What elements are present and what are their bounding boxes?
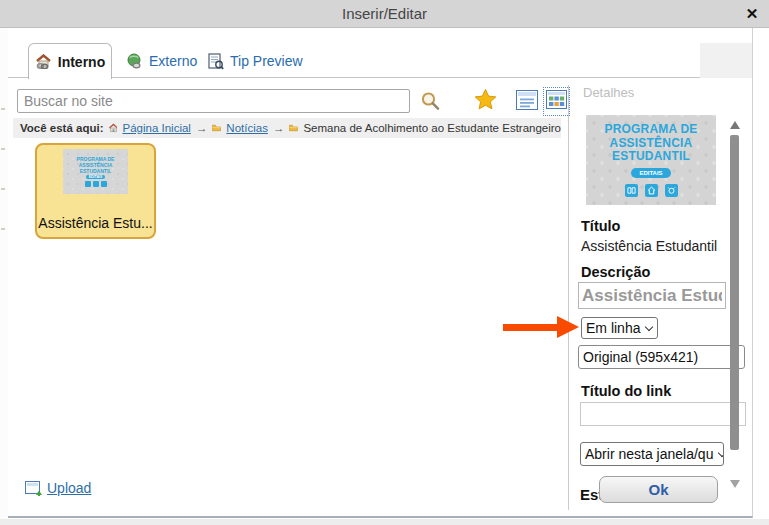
breadcrumb-link-noticias[interactable]: Notícias xyxy=(226,122,268,134)
upload-link[interactable]: Upload xyxy=(25,480,91,496)
alignment-select[interactable]: Em linha xyxy=(581,317,658,339)
target-window-select-value: Abrir nesta janela/qu xyxy=(585,446,713,462)
chevron-down-icon xyxy=(645,323,653,331)
preview-text-line: PROGRAMA DE xyxy=(604,123,697,136)
tab-tip-preview[interactable]: Tip Preview xyxy=(208,50,303,72)
ok-button[interactable]: Ok xyxy=(599,476,718,503)
page-behind-bottom-edge xyxy=(0,519,769,525)
descricao-label: Descrição xyxy=(581,264,650,280)
bell-icon xyxy=(101,181,107,187)
page-behind-right-edge xyxy=(753,28,769,519)
page-behind-fragment xyxy=(1,108,5,110)
scroll-up-arrow-icon[interactable] xyxy=(730,121,740,129)
search-input[interactable] xyxy=(17,89,410,113)
target-window-select[interactable]: Abrir nesta janela/qu xyxy=(580,442,724,466)
grid-view-icon[interactable] xyxy=(543,87,570,116)
result-card-label: Assistência Estu... xyxy=(37,215,154,231)
tab-interno-label: Interno xyxy=(58,54,105,70)
annotation-arrow-head xyxy=(557,316,579,338)
tab-strip xyxy=(8,43,753,78)
upload-label: Upload xyxy=(47,480,91,496)
size-select[interactable]: Original (595x421) xyxy=(578,345,745,369)
folder-icon xyxy=(289,123,298,133)
dialog-title: Inserir/Editar xyxy=(342,5,427,22)
breadcrumb: Você está aqui: Página Inicial → Notícia… xyxy=(13,118,561,138)
favorites-star-icon[interactable] xyxy=(474,88,497,111)
preview-icons xyxy=(625,184,678,197)
bell-icon xyxy=(665,184,678,197)
page-behind-fragment xyxy=(1,148,5,150)
tab-externo-label: Externo xyxy=(149,53,197,69)
book-icon xyxy=(625,184,638,197)
preview-badge: EDITAIS xyxy=(631,168,670,178)
result-card-assistencia-estudantil[interactable]: PROGRAMA DE ASSISTÊNCIA ESTUDANTIL EDITA… xyxy=(35,143,156,239)
close-icon[interactable]: ✕ xyxy=(742,4,762,24)
titulo-value: Assistência Estudantil xyxy=(581,238,717,254)
page-behind-left-edge xyxy=(0,28,8,519)
search-icon[interactable] xyxy=(420,91,441,112)
link-title-label: Título do link xyxy=(581,383,671,399)
home-icon xyxy=(93,181,99,187)
thumb-text-line: ESTUDANTIL xyxy=(80,168,112,174)
panel-divider xyxy=(568,85,569,510)
tab-tip-preview-label: Tip Preview xyxy=(230,53,303,69)
descricao-input[interactable] xyxy=(578,282,726,309)
link-title-input[interactable] xyxy=(580,402,746,426)
scroll-down-arrow-icon[interactable] xyxy=(730,480,740,488)
preview-text-line: ASSISTÊNCIA xyxy=(610,137,693,150)
annotation-arrow xyxy=(503,324,558,331)
titulo-label: Título xyxy=(581,218,620,234)
breadcrumb-separator: → xyxy=(196,122,208,134)
home-icon xyxy=(645,184,658,197)
upload-icon xyxy=(25,481,42,496)
alignment-select-value: Em linha xyxy=(586,320,640,336)
grid-view-glyph xyxy=(546,90,567,109)
breadcrumb-prefix: Você está aqui: xyxy=(20,122,104,134)
tab-strip-right-block xyxy=(700,43,752,78)
tab-interno[interactable]: Interno xyxy=(28,43,112,79)
details-header: Detalhes xyxy=(583,85,634,100)
document-search-icon xyxy=(208,53,224,70)
chevron-down-icon xyxy=(718,449,724,457)
dialog-titlebar: Inserir/Editar ✕ xyxy=(0,0,769,28)
book-icon xyxy=(85,181,91,187)
home-icon xyxy=(109,122,118,134)
breadcrumb-separator: → xyxy=(273,122,285,134)
thumb-icons xyxy=(85,181,107,187)
folder-icon xyxy=(212,123,221,133)
globe-link-icon xyxy=(126,53,143,69)
preview-text-line: ESTUDANTIL xyxy=(612,150,690,163)
insert-edit-dialog-screen: Inserir/Editar ✕ Interno xyxy=(0,0,769,525)
page-behind-fragment xyxy=(1,228,5,230)
page-behind-fragment xyxy=(1,188,5,190)
tab-externo[interactable]: Externo xyxy=(126,50,197,72)
thumb-badge: EDITAIS xyxy=(86,175,106,180)
list-view-icon[interactable] xyxy=(516,90,538,110)
details-preview-image: PROGRAMA DE ASSISTÊNCIA ESTUDANTIL EDITA… xyxy=(586,115,716,205)
size-select-value: Original (595x421) xyxy=(583,349,698,365)
dialog-body: Interno Externo Tip Preview xyxy=(8,28,753,518)
breadcrumb-current: Semana de Acolhimento ao Estudante Estra… xyxy=(303,122,561,134)
result-thumbnail: PROGRAMA DE ASSISTÊNCIA ESTUDANTIL EDITA… xyxy=(63,149,128,194)
breadcrumb-link-pagina-inicial[interactable]: Página Inicial xyxy=(122,122,190,134)
scrollbar-thumb[interactable] xyxy=(730,135,739,450)
home-link-icon xyxy=(35,54,52,69)
